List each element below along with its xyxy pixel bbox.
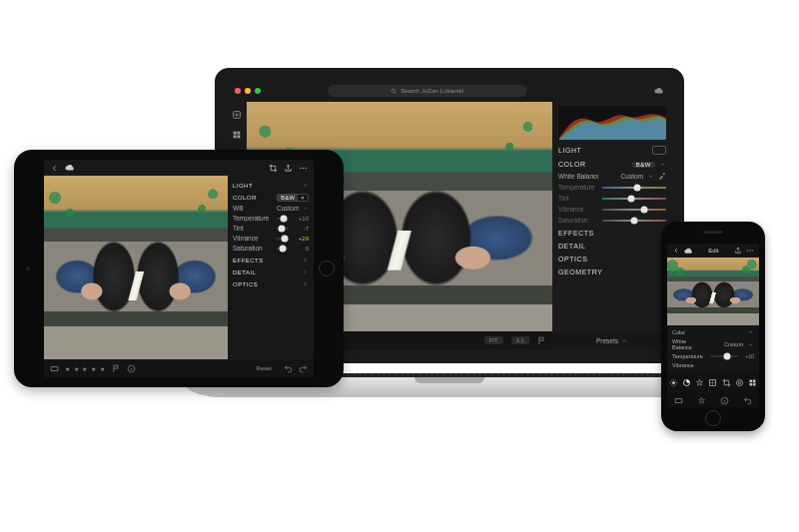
wb-row[interactable]: WB Custom (233, 205, 309, 212)
effects-section-header[interactable]: EFFECTS (558, 230, 666, 237)
optics-section-header[interactable]: OPTICS (233, 280, 309, 287)
presets-icon[interactable] (748, 378, 757, 387)
presets-label: Presets (596, 337, 618, 344)
wb-value: Custom (724, 341, 743, 347)
crop-icon[interactable] (269, 164, 278, 173)
maximize-icon[interactable] (255, 88, 261, 94)
detail-section-header[interactable]: DETAIL (558, 243, 666, 250)
light-section-header[interactable]: LIGHT (558, 146, 666, 155)
tint-slider[interactable]: Tint -7 (233, 225, 309, 232)
redo-icon[interactable] (299, 364, 308, 373)
more-icon[interactable] (746, 247, 754, 255)
light-section-header[interactable]: LIGHT (233, 182, 309, 189)
add-photo-icon[interactable] (232, 110, 242, 120)
temperature-label: Temperature (558, 184, 598, 191)
chevron-down-icon[interactable] (659, 161, 666, 168)
svg-rect-24 (753, 382, 756, 385)
bw-toggle[interactable]: B&W × (277, 194, 309, 202)
wb-label: White Balance (672, 338, 706, 350)
optics-icon[interactable] (735, 378, 744, 387)
more-icon[interactable] (299, 164, 308, 173)
filmstrip-icon[interactable] (50, 364, 59, 373)
share-icon[interactable] (284, 164, 293, 173)
svg-point-15 (749, 250, 750, 251)
star-icon[interactable] (697, 396, 706, 405)
light-label: LIGHT (233, 183, 253, 189)
reset-button[interactable]: Reset (256, 365, 272, 371)
edit-panel: LIGHT COLOR B&W White Balance Custom (552, 102, 672, 349)
vibrance-slider[interactable]: Vibrance +29 (233, 235, 309, 242)
color-label: COLOR (233, 195, 257, 201)
geometry-section-header[interactable]: GEOMETRY (558, 268, 666, 275)
search-input[interactable]: Search JoDan Lukavski (328, 85, 527, 97)
bw-on[interactable]: B&W (278, 195, 298, 201)
chevron-down-icon[interactable] (747, 341, 754, 348)
cloud-icon[interactable] (684, 247, 693, 256)
chevron-right-icon (302, 182, 309, 189)
temperature-slider[interactable]: Temperature (558, 184, 666, 191)
info-icon[interactable] (127, 364, 136, 373)
flag-icon[interactable] (537, 336, 546, 345)
crop-icon[interactable] (722, 378, 731, 387)
tablet-topbar (44, 160, 314, 176)
tablet-screen: LIGHT COLOR B&W × WB Custom Temperatur (44, 160, 314, 377)
phone-screen: Edit Color White Balance Custom Temperat… (667, 244, 759, 407)
color-section-header[interactable]: COLOR B&W × (233, 194, 309, 202)
chevron-down-icon[interactable] (747, 328, 754, 335)
undo-icon[interactable] (743, 396, 752, 405)
close-icon[interactable] (235, 88, 241, 94)
filmstrip-icon[interactable] (674, 396, 683, 405)
bw-off[interactable]: × (298, 195, 308, 201)
tablet-home-button[interactable] (319, 261, 335, 276)
wb-row[interactable]: White Balance Custom (672, 338, 754, 350)
optics-section-header[interactable]: OPTICS (558, 256, 666, 263)
exposure-icon[interactable] (669, 378, 678, 387)
chevron-down-icon[interactable] (303, 205, 309, 212)
presets-button[interactable]: Presets (552, 331, 672, 349)
saturation-value: 0 (293, 246, 309, 252)
eyedropper-icon[interactable] (658, 172, 666, 180)
detail-label: DETAIL (233, 269, 256, 275)
tint-slider[interactable]: Tint (558, 195, 666, 202)
tablet-photo[interactable] (44, 176, 228, 359)
detail-section-header[interactable]: DETAIL (233, 268, 309, 275)
back-icon[interactable] (50, 164, 59, 173)
color-icon[interactable] (682, 378, 691, 387)
ratio-button[interactable]: 1:1 (511, 336, 529, 344)
phone-home-button[interactable] (705, 410, 721, 426)
temperature-value: +10 (293, 216, 309, 222)
phone-topbar: Edit (667, 244, 759, 258)
temperature-slider[interactable]: Temperature +10 (233, 215, 309, 222)
info-icon[interactable] (720, 396, 729, 405)
white-balance-value[interactable]: Custom (621, 173, 643, 180)
cloud-icon[interactable] (65, 163, 75, 173)
cloud-sync-icon[interactable] (654, 86, 664, 96)
auto-button[interactable] (652, 146, 666, 155)
bw-toggle[interactable]: B&W (632, 162, 655, 168)
effects-section-header[interactable]: EFFECTS (233, 257, 309, 264)
flag-icon[interactable] (112, 364, 121, 373)
temperature-slider[interactable]: Temperature +10 (672, 353, 754, 359)
minimize-icon[interactable] (245, 88, 251, 94)
phone-photo[interactable] (667, 258, 759, 325)
undo-icon[interactable] (284, 364, 293, 373)
grid-view-icon[interactable] (232, 130, 242, 140)
share-icon[interactable] (734, 247, 742, 255)
back-icon[interactable] (672, 247, 680, 255)
chevron-down-icon[interactable] (647, 173, 654, 180)
saturation-slider[interactable]: Saturation 0 (233, 245, 309, 252)
star-rating[interactable]: ★ ★ ★ ★ ★ (65, 365, 106, 372)
window-controls[interactable] (235, 88, 261, 94)
saturation-slider[interactable]: Saturation (558, 217, 666, 224)
histogram[interactable] (558, 106, 666, 140)
vibrance-slider[interactable]: Vibrance (558, 206, 666, 213)
fit-button[interactable]: FIT (484, 336, 503, 344)
tablet-device: LIGHT COLOR B&W × WB Custom Temperatur (14, 150, 344, 387)
svg-rect-6 (237, 135, 240, 138)
color-section-header[interactable]: COLOR B&W (558, 161, 666, 168)
detail-icon[interactable] (708, 378, 717, 387)
effects-label: EFFECTS (558, 230, 594, 237)
svg-rect-22 (753, 379, 756, 382)
svg-point-0 (392, 89, 396, 93)
effects-icon[interactable] (695, 378, 704, 387)
